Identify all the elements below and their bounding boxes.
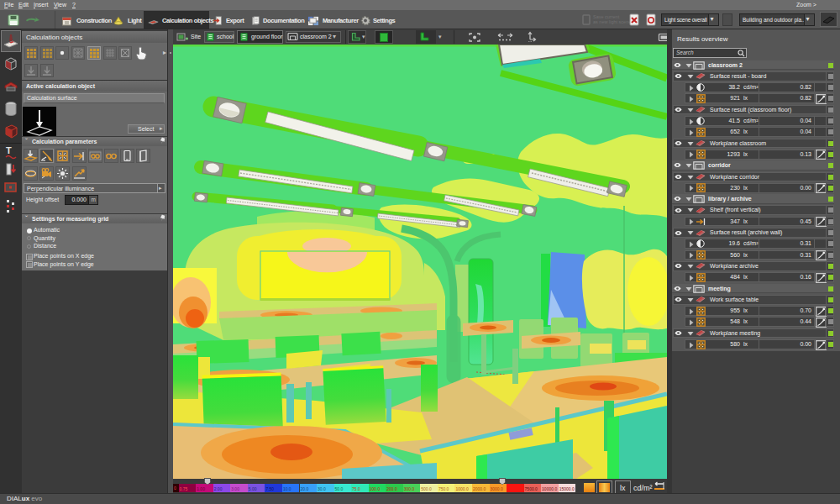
svg-text:T: T bbox=[6, 145, 12, 155]
